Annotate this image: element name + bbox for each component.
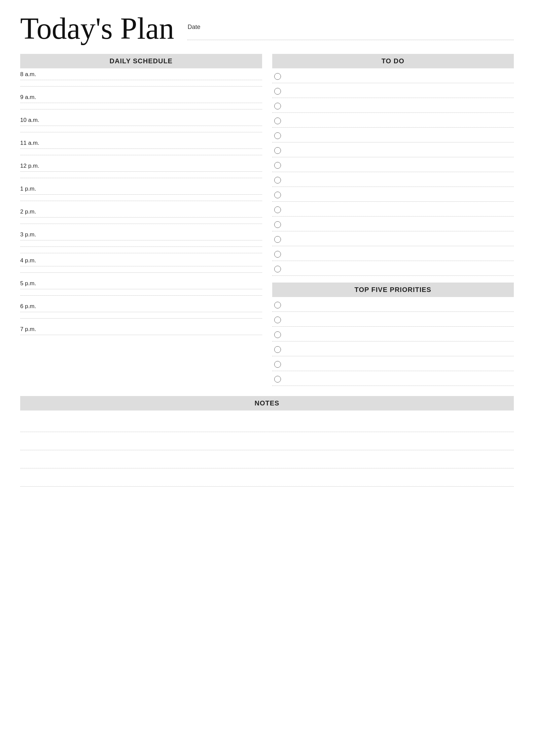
note-line-1[interactable] (20, 414, 514, 432)
slot-line (20, 80, 262, 80)
right-column: TO DO (272, 54, 514, 386)
slot-line (20, 178, 262, 178)
slot-line (20, 194, 262, 195)
todo-checkbox-14[interactable] (274, 266, 281, 272)
priority-checkbox-6[interactable] (274, 376, 281, 383)
time-label-2pm: 2 p.m. (20, 206, 262, 216)
priority-item-5[interactable] (272, 356, 514, 371)
todo-item-12[interactable] (272, 231, 514, 246)
priority-checkbox-5[interactable] (274, 361, 281, 368)
todo-item-4[interactable] (272, 113, 514, 128)
schedule-slot-1pm: 1 p.m. (20, 183, 262, 206)
todo-checkbox-2[interactable] (274, 88, 281, 95)
todo-checkbox-3[interactable] (274, 103, 281, 109)
priority-item-6[interactable] (272, 371, 514, 386)
priority-checkbox-4[interactable] (274, 346, 281, 353)
slot-line (20, 240, 262, 240)
priority-checkbox-3[interactable] (274, 331, 281, 338)
priority-item-4[interactable] (272, 341, 514, 356)
schedule-slot-6pm: 6 p.m. (20, 300, 262, 323)
todo-checkbox-13[interactable] (274, 251, 281, 258)
schedule-header: DAILY SCHEDULE (20, 54, 262, 68)
todo-item-6[interactable] (272, 142, 514, 157)
todo-item-2[interactable] (272, 83, 514, 98)
schedule-slot-2pm: 2 p.m. (20, 206, 262, 229)
todo-item-5[interactable] (272, 128, 514, 142)
priority-item-2[interactable] (272, 312, 514, 327)
slot-line (20, 312, 262, 312)
todo-checkbox-11[interactable] (274, 221, 281, 228)
header: Today's Plan Date (20, 13, 514, 44)
slot-line (20, 149, 262, 149)
todo-item-1[interactable] (272, 68, 514, 83)
todo-checkbox-10[interactable] (274, 206, 281, 213)
schedule-slot-5pm: 5 p.m. (20, 277, 262, 300)
time-label-7pm: 7 p.m. (20, 323, 262, 333)
time-label-12pm: 12 p.m. (20, 160, 262, 170)
todo-section: TO DO (272, 54, 514, 276)
notes-section: NOTES (20, 396, 514, 487)
time-label-5pm: 5 p.m. (20, 277, 262, 288)
note-line-2[interactable] (20, 432, 514, 450)
todo-checkbox-6[interactable] (274, 147, 281, 154)
main-grid: DAILY SCHEDULE 8 a.m. 9 a.m. 10 a.m. 11 … (20, 54, 514, 487)
slot-line (20, 224, 262, 224)
todo-item-10[interactable] (272, 202, 514, 217)
todo-item-13[interactable] (272, 246, 514, 261)
slot-line (20, 217, 262, 218)
todo-checkbox-9[interactable] (274, 192, 281, 198)
schedule-slot-7pm: 7 p.m. (20, 323, 262, 346)
slot-line (20, 295, 262, 296)
todo-item-8[interactable] (272, 172, 514, 187)
todo-item-11[interactable] (272, 217, 514, 231)
priority-item-1[interactable] (272, 297, 514, 312)
schedule-slot-11am: 11 a.m. (20, 137, 262, 160)
time-label-8am: 8 a.m. (20, 68, 262, 78)
slot-line (20, 132, 262, 132)
slot-line (20, 318, 262, 319)
slot-line (20, 335, 262, 335)
date-area: Date (187, 13, 514, 40)
slot-line (20, 109, 262, 109)
slot-line (20, 126, 262, 126)
schedule-slot-8am: 8 a.m. (20, 68, 262, 91)
slot-line (20, 272, 262, 273)
priority-checkbox-1[interactable] (274, 302, 281, 308)
slot-line (20, 253, 262, 253)
priorities-header: TOP FIVE PRIORITIES (272, 283, 514, 297)
time-label-11am: 11 a.m. (20, 137, 262, 147)
time-label-10am: 10 a.m. (20, 114, 262, 124)
time-label-9am: 9 a.m. (20, 91, 262, 101)
priority-item-3[interactable] (272, 327, 514, 341)
schedule-slot-10am: 10 a.m. (20, 114, 262, 137)
todo-checkbox-7[interactable] (274, 162, 281, 169)
todo-checkbox-8[interactable] (274, 177, 281, 184)
todo-item-14[interactable] (272, 261, 514, 276)
notes-header: NOTES (20, 396, 514, 410)
page-title: Today's Plan (20, 13, 174, 44)
todo-item-7[interactable] (272, 157, 514, 172)
slot-line (20, 86, 262, 87)
time-label-1pm: 1 p.m. (20, 183, 262, 193)
date-input-line[interactable] (187, 32, 514, 40)
schedule-slot-4pm: 4 p.m. (20, 255, 262, 277)
priorities-section: TOP FIVE PRIORITIES (272, 283, 514, 386)
schedule-column: DAILY SCHEDULE 8 a.m. 9 a.m. 10 a.m. 11 … (20, 54, 262, 386)
todo-header: TO DO (272, 54, 514, 68)
slot-line (20, 246, 262, 247)
note-line-4[interactable] (20, 468, 514, 487)
note-line-3[interactable] (20, 450, 514, 468)
todo-checkbox-5[interactable] (274, 132, 281, 139)
time-label-4pm: 4 p.m. (20, 255, 262, 265)
time-label-6pm: 6 p.m. (20, 300, 262, 310)
todo-item-3[interactable] (272, 98, 514, 113)
schedule-slot-12pm: 12 p.m. (20, 160, 262, 183)
schedule-slot-9am: 9 a.m. (20, 91, 262, 114)
todo-item-9[interactable] (272, 187, 514, 202)
date-label: Date (187, 24, 514, 31)
todo-checkbox-4[interactable] (274, 118, 281, 124)
todo-checkbox-1[interactable] (274, 73, 281, 80)
slot-line (20, 266, 262, 266)
priority-checkbox-2[interactable] (274, 317, 281, 323)
todo-checkbox-12[interactable] (274, 236, 281, 243)
